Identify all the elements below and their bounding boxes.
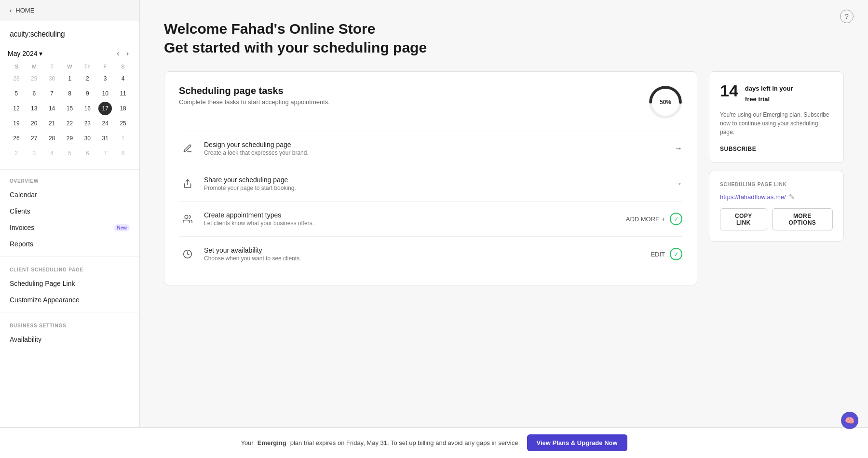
help-icon[interactable]: ?	[840, 10, 854, 23]
sidebar-item-scheduling-page-link[interactable]: Scheduling Page Link	[0, 275, 139, 292]
calendar-day-8[interactable]: 8	[116, 147, 130, 160]
calendar-day-4[interactable]: 4	[116, 72, 130, 85]
task-action-create-appointment-types[interactable]: ADD MORE +✓	[626, 213, 682, 225]
calendar-day-2[interactable]: 2	[10, 147, 23, 160]
right-panel: 14 days left in your free trial You're u…	[709, 71, 844, 285]
task-action-design-scheduling-page[interactable]: →	[675, 144, 682, 153]
edit-link-icon[interactable]: ✎	[789, 193, 795, 201]
task-row-design-scheduling-page[interactable]: Design your scheduling pageCreate a look…	[179, 131, 682, 166]
calendar-day-30[interactable]: 30	[81, 132, 94, 145]
calendar-day-4[interactable]: 4	[45, 147, 59, 160]
calendar-day-18[interactable]: 18	[116, 102, 130, 115]
task-desc-share-scheduling-page: Promote your page to start booking.	[204, 185, 667, 191]
calendar-day-19[interactable]: 19	[10, 117, 23, 130]
calendar-day-1[interactable]: 1	[116, 132, 130, 145]
calendar-day-5[interactable]: 5	[10, 87, 23, 100]
calendar-day-7[interactable]: 7	[45, 87, 59, 100]
task-row-set-availability[interactable]: Set your availabilityChoose when you wan…	[179, 236, 682, 271]
task-text-share-scheduling-page: Share your scheduling pagePromote your p…	[204, 176, 667, 191]
weekday-wed: W	[61, 64, 79, 69]
task-text-design-scheduling-page: Design your scheduling pageCreate a look…	[204, 141, 667, 156]
calendar-day-12[interactable]: 12	[10, 102, 23, 115]
calendar-day-17[interactable]: 17	[98, 102, 112, 115]
calendar-day-6[interactable]: 6	[81, 147, 94, 160]
calendar-day-3[interactable]: 3	[98, 72, 112, 85]
calendar-day-8[interactable]: 8	[63, 87, 76, 100]
calendar-day-31[interactable]: 31	[98, 132, 112, 145]
calendar-day-10[interactable]: 10	[98, 87, 112, 100]
page-welcome: Welcome Fahad's Online Store Get started…	[164, 19, 844, 57]
sidebar-item-clients[interactable]: Clients	[0, 203, 139, 219]
calendar-day-2[interactable]: 2	[81, 72, 94, 85]
client-scheduling-section-label: CLIENT SCHEDULING PAGE	[0, 260, 139, 275]
trial-description: You're using our Emerging plan. Subscrib…	[720, 110, 833, 136]
task-icon-create-appointment-types	[179, 210, 196, 228]
task-title-share-scheduling-page: Share your scheduling page	[204, 176, 667, 184]
task-title-design-scheduling-page: Design your scheduling page	[204, 141, 667, 148]
calendar-day-30[interactable]: 30	[45, 72, 59, 85]
copy-link-button[interactable]: COPY LINK	[720, 208, 767, 230]
sidebar-item-reports[interactable]: Reports	[0, 236, 139, 252]
calendar-day-25[interactable]: 25	[116, 117, 130, 130]
trial-card: 14 days left in your free trial You're u…	[709, 71, 844, 163]
link-card: SCHEDULING PAGE LINK https://fahadflow.a…	[709, 171, 844, 242]
calendar-day-23[interactable]: 23	[81, 117, 94, 130]
subscribe-link[interactable]: SUBSCRIBE	[720, 146, 756, 152]
upgrade-button[interactable]: View Plans & Upgrade Now	[527, 434, 627, 451]
calendar-day-21[interactable]: 21	[45, 117, 59, 130]
task-title-create-appointment-types: Create appointment types	[204, 211, 618, 219]
task-row-create-appointment-types[interactable]: Create appointment typesLet clients know…	[179, 201, 682, 236]
month-year-text: May 2024	[8, 50, 37, 57]
calendar-day-7[interactable]: 7	[98, 147, 112, 160]
calendar-prev-button[interactable]: ‹	[114, 48, 122, 59]
home-label: HOME	[15, 7, 34, 14]
calendar-day-15[interactable]: 15	[63, 102, 76, 115]
weekday-sat: S	[114, 64, 132, 69]
calendar-day-22[interactable]: 22	[63, 117, 76, 130]
task-action-share-scheduling-page[interactable]: →	[675, 179, 682, 188]
task-icon-share-scheduling-page	[179, 175, 196, 192]
arrow-icon-design-scheduling-page: →	[675, 144, 682, 153]
calendar-day-24[interactable]: 24	[98, 117, 112, 130]
calendar-day-5[interactable]: 5	[63, 147, 76, 160]
sidebar-item-calendar[interactable]: Calendar	[0, 187, 139, 203]
scheduling-link-url[interactable]: https://fahadflow.as.me/	[720, 193, 786, 201]
calendar-day-9[interactable]: 9	[81, 87, 94, 100]
calendar-day-3[interactable]: 3	[27, 147, 41, 160]
calendar-day-28[interactable]: 28	[45, 132, 59, 145]
tasks-card: Scheduling page tasks Complete these tas…	[164, 71, 697, 285]
scheduling-link-row: https://fahadflow.as.me/ ✎	[720, 193, 833, 201]
calendar-day-6[interactable]: 6	[27, 87, 41, 100]
calendar-day-1[interactable]: 1	[63, 72, 76, 85]
calendar-day-14[interactable]: 14	[45, 102, 59, 115]
svg-point-3	[185, 216, 188, 219]
calendar-day-26[interactable]: 26	[10, 132, 23, 145]
sidebar-item-invoices[interactable]: InvoicesNew	[0, 219, 139, 236]
acuity-brain-badge[interactable]: 🧠	[841, 412, 858, 429]
brain-icon: 🧠	[845, 416, 854, 425]
calendar-day-29[interactable]: 29	[63, 132, 76, 145]
dropdown-icon: ▾	[39, 50, 42, 57]
sidebar-item-customize-appearance[interactable]: Customize Appearance	[0, 292, 139, 308]
task-icon-design-scheduling-page	[179, 140, 196, 157]
calendar-day-13[interactable]: 13	[27, 102, 41, 115]
calendar-day-27[interactable]: 27	[27, 132, 41, 145]
calendar-day-29[interactable]: 29	[27, 72, 41, 85]
calendar-day-20[interactable]: 20	[27, 117, 41, 130]
add-more-label-create-appointment-types: ADD MORE +	[626, 216, 665, 223]
task-check-set-availability: ✓	[670, 248, 682, 260]
calendar-day-16[interactable]: 16	[81, 102, 94, 115]
calendar-day-28[interactable]: 28	[10, 72, 23, 85]
more-options-button[interactable]: MORE OPTIONS	[772, 208, 833, 230]
calendar-month-label[interactable]: May 2024 ▾	[8, 50, 42, 57]
task-action-set-availability[interactable]: EDIT✓	[651, 248, 682, 260]
task-row-share-scheduling-page[interactable]: Share your scheduling pagePromote your p…	[179, 166, 682, 201]
calendar-days: 2829301234567891011121314151617181920212…	[8, 71, 132, 161]
question-mark: ?	[845, 13, 849, 20]
task-desc-create-appointment-types: Let clients know what your business offe…	[204, 220, 618, 227]
calendar-day-11[interactable]: 11	[116, 87, 130, 100]
bottom-bar: Your Emerging plan trial expires on Frid…	[0, 427, 868, 458]
calendar-next-button[interactable]: ›	[123, 48, 132, 59]
home-link[interactable]: ‹ HOME	[0, 0, 139, 21]
sidebar-item-availability[interactable]: Availability	[0, 331, 139, 348]
